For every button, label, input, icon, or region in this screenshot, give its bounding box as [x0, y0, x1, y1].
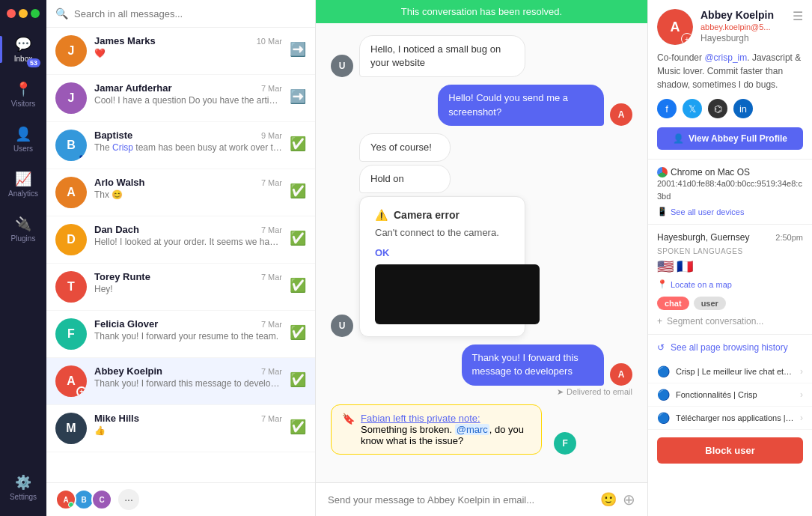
- search-icon: 🔍: [55, 7, 68, 19]
- facebook-icon[interactable]: f: [657, 99, 677, 118]
- conv-status: ✅: [290, 230, 306, 246]
- conv-body: Felicia Glover 7 Mar Thank you! I forwar…: [94, 318, 282, 342]
- more-agents-button[interactable]: ···: [118, 489, 139, 510]
- segment-input[interactable]: + Segment conversation...: [657, 316, 803, 327]
- location-time: 2:50pm: [775, 233, 803, 242]
- browsing-history-header[interactable]: ↺ See all page browsing history: [648, 335, 812, 360]
- chat-input-bar: 🙂 ⊕: [316, 482, 647, 516]
- conv-date: 7 Mar: [261, 273, 282, 282]
- user-avatar: A +: [657, 9, 693, 45]
- private-note: 🔖 Fabian left this private note: Somethi…: [331, 404, 542, 455]
- right-panel: A + Abbey Koelpin abbey.koelpin@5... Hay…: [647, 0, 812, 516]
- conversation-item[interactable]: B 🇫🇷 Baptiste 9 Mar The Crisp team has b…: [46, 122, 315, 169]
- sidebar-item-analytics[interactable]: 📈 Analytics: [0, 162, 46, 207]
- locate-on-map-link[interactable]: 📍 Locate on a map: [657, 279, 803, 289]
- sidebar-item-settings[interactable]: ⚙️ Settings: [0, 465, 46, 510]
- conv-preview: Cool! I have a question Do you have the …: [94, 95, 282, 106]
- view-profile-button[interactable]: 👤 View Abbey Full Profile: [657, 127, 803, 150]
- conv-name: Abbey Koelpin: [94, 365, 162, 377]
- history-icon: ↺: [657, 342, 665, 353]
- conversation-item[interactable]: A Arlo Walsh 7 Mar Thx 😊 ✅: [46, 169, 315, 216]
- search-input[interactable]: [74, 8, 306, 19]
- person-icon: 👤: [673, 133, 684, 144]
- tags-row: chat user: [648, 297, 812, 316]
- private-note-link[interactable]: Fabian left this private note:: [361, 413, 480, 424]
- linkedin-icon[interactable]: in: [733, 99, 753, 118]
- browsing-item[interactable]: 🔵 Fonctionnalités | Crisp ›: [648, 383, 812, 407]
- tag-user[interactable]: user: [694, 297, 726, 310]
- sidebar-item-label: Analytics: [8, 189, 38, 198]
- sidebar-item-label: Users: [13, 145, 33, 153]
- menu-button[interactable]: ☰: [793, 9, 803, 23]
- conv-status: ✅: [290, 277, 306, 294]
- browsing-item[interactable]: 🔵 Télécharger nos applications | Crisp..…: [648, 407, 812, 430]
- conv-date: 7 Mar: [261, 320, 282, 329]
- conv-date: 7 Mar: [261, 84, 282, 93]
- camera-error-ok-button[interactable]: OK: [375, 247, 510, 258]
- user-info: A + Abbey Koelpin abbey.koelpin@5... Hay…: [657, 9, 774, 45]
- message-row: U Yes of course! Hold on ⚠️ Camera error…: [331, 133, 632, 337]
- flag-fr: 🇫🇷: [677, 258, 693, 275]
- sidebar-item-inbox[interactable]: 💬 Inbox 53: [0, 27, 46, 72]
- conversation-item[interactable]: D Dan Dach 7 Mar Hello! I looked at your…: [46, 216, 315, 264]
- conv-name: Torey Runte: [94, 271, 150, 282]
- conversation-item-active[interactable]: A + Abbey Koelpin 7 Mar Thank you! I for…: [46, 358, 315, 405]
- warning-icon: ⚠️: [375, 209, 388, 221]
- analytics-icon: 📈: [15, 171, 31, 187]
- add-button[interactable]: ⊕: [623, 491, 635, 509]
- conv-name: Baptiste: [94, 130, 132, 141]
- arrow-icon: ➡️: [290, 41, 306, 58]
- left-navigation: 💬 Inbox 53 📍 Visitors 👤 Users 📈 Analytic…: [0, 0, 46, 516]
- traffic-light-green[interactable]: [31, 9, 40, 18]
- message-bubble: Hello! Could you send me a screenshot?: [438, 85, 604, 125]
- online-agent-avatar[interactable]: A: [55, 489, 76, 510]
- page-title: Fonctionnalités | Crisp: [676, 390, 794, 399]
- conversation-item[interactable]: F Felicia Glover 7 Mar Thank you! I forw…: [46, 311, 315, 358]
- conversation-item[interactable]: J Jamar Aufderhar 7 Mar Cool! I have a q…: [46, 75, 315, 122]
- message-row: A Hello! Could you send me a screenshot?: [331, 85, 632, 125]
- emoji-button[interactable]: 🙂: [600, 491, 617, 508]
- conv-status: ✅: [290, 419, 306, 435]
- see-all-devices-link[interactable]: 📱 See all user devices: [657, 207, 803, 216]
- conv-preview: 👍: [94, 425, 282, 436]
- sidebar-item-plugins[interactable]: 🔌 Plugins: [0, 207, 46, 252]
- conv-status: ✅: [290, 324, 306, 341]
- chat-input[interactable]: [328, 494, 593, 506]
- conv-body: Jamar Aufderhar 7 Mar Cool! I have a que…: [94, 82, 282, 106]
- avatar: M: [55, 413, 87, 444]
- conv-body: Dan Dach 7 Mar Hello! I looked at your o…: [94, 224, 282, 247]
- inbox-badge: 53: [27, 58, 40, 67]
- conversation-item[interactable]: M Mike Hills 7 Mar 👍 ✅: [46, 405, 315, 452]
- sidebar-item-visitors[interactable]: 📍 Visitors: [0, 72, 46, 117]
- conv-preview: Hey!: [94, 284, 282, 294]
- ip-address: 2001:41d0:fe88:4a00:b0cc:9519:34e8:c3bd: [657, 177, 803, 202]
- twitter-icon[interactable]: 𝕏: [683, 99, 702, 118]
- page-icon: 🔵: [657, 412, 670, 424]
- agent-avatar[interactable]: C: [91, 489, 112, 510]
- plus-icon: +: [657, 316, 662, 327]
- traffic-light-red[interactable]: [7, 9, 16, 18]
- conversation-item[interactable]: T Torey Runte 7 Mar Hey! ✅: [46, 264, 315, 311]
- user-bio: Co-founder @crisp_im. Javascript & Music…: [648, 51, 812, 99]
- conv-body: Baptiste 9 Mar The Crisp team has been b…: [94, 130, 282, 153]
- browsing-item[interactable]: 🔵 Crisp | Le meilleur live chat et supp.…: [648, 360, 812, 383]
- message-avatar: A: [610, 363, 632, 386]
- message-group: Yes of course! Hold on ⚠️ Camera error C…: [359, 133, 525, 337]
- avatar: A: [55, 177, 87, 208]
- conv-preview: Thx 😊: [94, 189, 282, 200]
- traffic-light-yellow[interactable]: [19, 9, 28, 18]
- message-avatar: U: [331, 315, 353, 337]
- conv-name: Mike Hills: [94, 413, 139, 424]
- message-bubble: Hold on: [359, 165, 451, 193]
- mention-link[interactable]: @crisp_im: [704, 52, 747, 63]
- chevron-right-icon: ›: [800, 413, 803, 423]
- resolved-bar: This conversation has been resolved.: [316, 0, 647, 23]
- sidebar-item-users[interactable]: 👤 Users: [0, 117, 46, 162]
- tag-chat[interactable]: chat: [657, 297, 689, 310]
- resolved-icon: ✅: [290, 183, 306, 199]
- conversation-item[interactable]: J James Marks 10 Mar ❤️ ➡️: [46, 28, 315, 75]
- conv-status: ✅: [290, 136, 306, 152]
- conv-date: 7 Mar: [261, 414, 282, 423]
- github-icon[interactable]: ⌬: [708, 99, 727, 118]
- block-user-button[interactable]: Block user: [657, 437, 803, 464]
